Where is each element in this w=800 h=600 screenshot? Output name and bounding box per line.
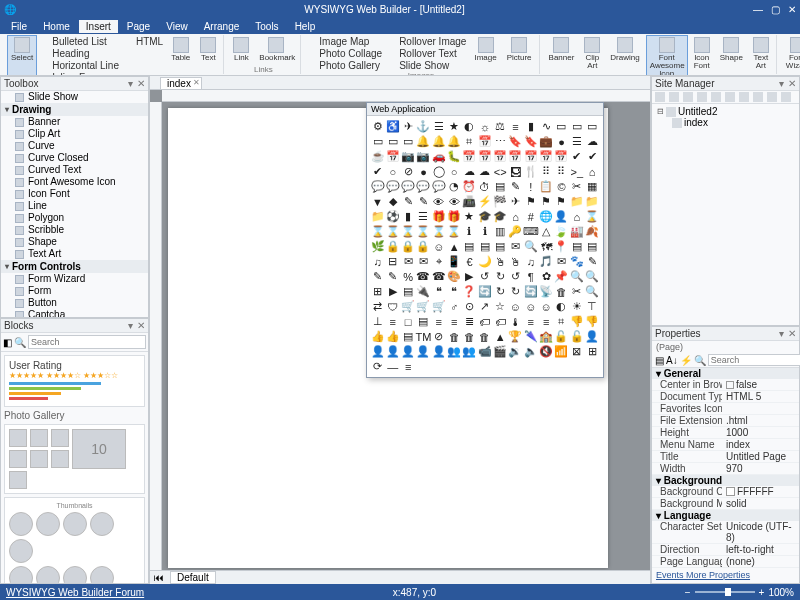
icon-choice[interactable]: 🗑 bbox=[554, 284, 569, 299]
prop-row[interactable]: Document TypeHTML 5 bbox=[652, 391, 799, 403]
icon-choice[interactable]: 💬 bbox=[370, 179, 385, 194]
icon-choice[interactable]: ☁ bbox=[585, 134, 600, 149]
icon-choice[interactable]: >_ bbox=[569, 164, 584, 179]
block-preview[interactable]: Thumbnails bbox=[4, 497, 145, 583]
icon-choice[interactable]: 💬 bbox=[385, 179, 400, 194]
icon-choice[interactable]: 📅 bbox=[385, 149, 400, 164]
icon-choice[interactable]: ↺ bbox=[477, 269, 492, 284]
icon-choice[interactable]: 📱 bbox=[447, 254, 462, 269]
icon-choice[interactable]: ○ bbox=[447, 164, 462, 179]
prop-row[interactable]: Width970 bbox=[652, 463, 799, 475]
icon-choice[interactable]: ⋯ bbox=[493, 134, 508, 149]
icon-choice[interactable]: ● bbox=[554, 134, 569, 149]
icon-choice[interactable]: ▤ bbox=[462, 239, 477, 254]
zoom-out-button[interactable]: − bbox=[685, 587, 691, 598]
ribbon-picture[interactable]: Picture bbox=[503, 35, 536, 71]
prop-row[interactable]: Background Color FFFFFF bbox=[652, 486, 799, 498]
blocks-search-input[interactable] bbox=[28, 335, 146, 349]
icon-choice[interactable]: ⊞ bbox=[585, 344, 600, 359]
icon-choice[interactable]: △ bbox=[539, 224, 554, 239]
tab-index[interactable]: index✕ bbox=[160, 77, 202, 89]
icon-choice[interactable]: 👁 bbox=[431, 194, 446, 209]
icon-choice[interactable]: ≡ bbox=[401, 359, 416, 374]
forum-link[interactable]: WYSIWYG Web Builder Forum bbox=[6, 587, 144, 598]
icon-choice[interactable]: 🚗 bbox=[431, 149, 446, 164]
ribbon-text-art[interactable]: Text Art bbox=[749, 35, 773, 76]
icon-choice[interactable]: ⌛ bbox=[385, 224, 400, 239]
menu-help[interactable]: Help bbox=[288, 20, 323, 33]
icon-choice[interactable]: 🏷 bbox=[493, 314, 508, 329]
icon-choice[interactable]: 👤 bbox=[431, 344, 446, 359]
tool-icon[interactable] bbox=[697, 92, 707, 102]
icon-choice[interactable]: ▮ bbox=[523, 119, 538, 134]
prop-section[interactable]: ▾ Background bbox=[652, 475, 799, 486]
icon-choice[interactable]: 🔓 bbox=[554, 329, 569, 344]
icon-choice[interactable]: 👤 bbox=[401, 344, 416, 359]
icon-choice[interactable]: ✎ bbox=[508, 179, 523, 194]
tool-icon[interactable] bbox=[669, 92, 679, 102]
icon-choice[interactable]: 👤 bbox=[554, 209, 569, 224]
icon-choice[interactable]: ✎ bbox=[585, 254, 600, 269]
menu-insert[interactable]: Insert bbox=[79, 20, 118, 33]
tool-icon[interactable] bbox=[683, 92, 693, 102]
icon-choice[interactable]: ⊞ bbox=[370, 284, 385, 299]
icon-choice[interactable]: ▤ bbox=[416, 314, 431, 329]
toolbox-section[interactable]: Form Controls bbox=[1, 260, 148, 273]
icon-choice[interactable]: 🔄 bbox=[477, 284, 492, 299]
icon-choice[interactable]: ▤ bbox=[493, 179, 508, 194]
icon-choice[interactable]: ○ bbox=[385, 164, 400, 179]
icon-choice[interactable]: 🛡 bbox=[385, 299, 400, 314]
ribbon-item[interactable]: Photo Collage bbox=[306, 48, 384, 59]
tool-icon[interactable] bbox=[753, 92, 763, 102]
ribbon-item[interactable]: Rollover Image bbox=[386, 36, 468, 47]
icon-choice[interactable]: ⌛ bbox=[401, 224, 416, 239]
icon-choice[interactable]: 🔔 bbox=[431, 134, 446, 149]
icon-choice[interactable]: ☺ bbox=[523, 299, 538, 314]
icon-choice[interactable]: ⌛ bbox=[447, 224, 462, 239]
icon-choice[interactable]: ⊘ bbox=[401, 164, 416, 179]
icon-choice[interactable]: 🌡 bbox=[508, 314, 523, 329]
icon-choice[interactable]: ◐ bbox=[462, 119, 477, 134]
icon-choice[interactable]: ● bbox=[416, 164, 431, 179]
ribbon-clip-art[interactable]: Clip Art bbox=[580, 35, 604, 76]
icon-choice[interactable]: ≡ bbox=[508, 119, 523, 134]
menu-arrange[interactable]: Arrange bbox=[197, 20, 247, 33]
ribbon-item[interactable]: Slide Show bbox=[386, 60, 468, 71]
icon-choice[interactable]: ✉ bbox=[401, 254, 416, 269]
icon-choice[interactable]: ☎ bbox=[416, 269, 431, 284]
prop-row[interactable]: Directionleft-to-right bbox=[652, 544, 799, 556]
icon-choice[interactable]: 🎓 bbox=[493, 209, 508, 224]
prop-row[interactable]: Page Language(none) bbox=[652, 556, 799, 568]
icon-choice[interactable]: ⊙ bbox=[462, 299, 477, 314]
icon-choice[interactable]: ⊠ bbox=[569, 344, 584, 359]
icon-choice[interactable]: ⏰ bbox=[462, 179, 477, 194]
prop-row[interactable]: Favorites Icon bbox=[652, 403, 799, 415]
toolbox-item[interactable]: Scribble bbox=[1, 224, 148, 236]
toolbox-item[interactable]: Line bbox=[1, 200, 148, 212]
icon-choice[interactable]: ◔ bbox=[447, 179, 462, 194]
icon-choice[interactable]: ☰ bbox=[431, 119, 446, 134]
icon-choice[interactable]: ℹ bbox=[477, 224, 492, 239]
icon-choice[interactable]: 📋 bbox=[539, 179, 554, 194]
toolbox-item[interactable]: Clip Art bbox=[1, 128, 148, 140]
toolbox-item[interactable]: Curve bbox=[1, 140, 148, 152]
icon-choice[interactable]: 👤 bbox=[585, 329, 600, 344]
ribbon-bookmark[interactable]: Bookmark bbox=[255, 35, 297, 65]
icon-choice[interactable]: ↻ bbox=[508, 284, 523, 299]
ribbon-item[interactable]: Horizontal Line bbox=[39, 60, 121, 71]
icon-choice[interactable]: ☰ bbox=[416, 209, 431, 224]
icon-choice[interactable]: 🎵 bbox=[539, 254, 554, 269]
icon-choice[interactable]: 🎓 bbox=[477, 209, 492, 224]
icon-choice[interactable]: 📠 bbox=[462, 194, 477, 209]
icon-choice[interactable]: ✿ bbox=[539, 269, 554, 284]
icon-choice[interactable]: ▼ bbox=[370, 194, 385, 209]
icon-choice[interactable]: 🖱 bbox=[493, 254, 508, 269]
tool-icon[interactable] bbox=[739, 92, 749, 102]
tool-icon[interactable] bbox=[781, 92, 791, 102]
icon-choice[interactable]: ☎ bbox=[431, 269, 446, 284]
icon-choice[interactable]: ▤ bbox=[585, 239, 600, 254]
icon-choice[interactable]: 📁 bbox=[585, 194, 600, 209]
icon-choice[interactable]: ∿ bbox=[539, 119, 554, 134]
properties-search-input[interactable] bbox=[708, 354, 800, 366]
icon-choice[interactable]: ♂ bbox=[447, 299, 462, 314]
